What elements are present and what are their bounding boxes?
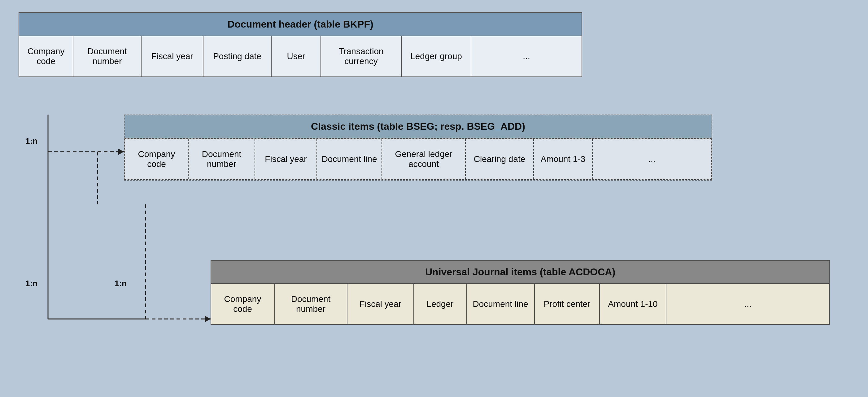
bkpf-ledger-group: Ledger group	[402, 36, 471, 77]
bseg-clearing-date: Clearing date	[466, 139, 534, 179]
bseg-amount: Amount 1-3	[534, 139, 593, 179]
bkpf-transaction-currency: Transaction currency	[321, 36, 402, 77]
acdoca-table: Universal Journal items (table ACDOCA) C…	[211, 260, 830, 325]
acdoca-ellipsis: ...	[666, 284, 829, 324]
acdoca-profit-center: Profit center	[535, 284, 600, 324]
diagram-container: Document header (table BKPF) Company cod…	[0, 0, 868, 397]
bseg-company-code: Company code	[125, 139, 189, 179]
bkpf-user: User	[272, 36, 321, 77]
bkpf-table: Document header (table BKPF) Company cod…	[19, 12, 582, 77]
relation-bkpf-bseg-label: 1:n	[25, 136, 37, 146]
relation-bkpf-acdoca-label: 1:n	[25, 279, 37, 288]
bkpf-posting-date: Posting date	[204, 36, 272, 77]
bkpf-ellipsis: ...	[471, 36, 582, 77]
bseg-outer: Classic items (table BSEG; resp. BSEG_AD…	[124, 115, 712, 181]
acdoca-title: Universal Journal items (table ACDOCA)	[211, 261, 829, 284]
bseg-fiscal-year: Fiscal year	[255, 139, 317, 179]
svg-marker-2	[118, 149, 124, 155]
acdoca-amount: Amount 1-10	[600, 284, 666, 324]
bkpf-fiscal-year: Fiscal year	[142, 36, 204, 77]
bseg-document-line: Document line	[317, 139, 382, 179]
bkpf-document-number: Document number	[73, 36, 142, 77]
bseg-ellipsis: ...	[593, 139, 711, 179]
bkpf-title: Document header (table BKPF)	[19, 13, 582, 36]
bseg-table: Classic items (table BSEG; resp. BSEG_AD…	[124, 115, 712, 181]
bseg-document-number: Document number	[189, 139, 255, 179]
acdoca-row: Company code Document number Fiscal year…	[211, 284, 829, 324]
acdoca-ledger: Ledger	[414, 284, 467, 324]
bkpf-company-code: Company code	[19, 36, 73, 77]
bseg-inner: Company code Document number Fiscal year…	[124, 139, 712, 180]
acdoca-document-line: Document line	[467, 284, 535, 324]
acdoca-fiscal-year: Fiscal year	[347, 284, 414, 324]
acdoca-document-number: Document number	[275, 284, 347, 324]
bkpf-row: Company code Document number Fiscal year…	[19, 36, 582, 77]
bseg-row: Company code Document number Fiscal year…	[125, 139, 711, 179]
bseg-title: Classic items (table BSEG; resp. BSEG_AD…	[124, 115, 712, 139]
bseg-gl-account: General ledger account	[382, 139, 466, 179]
acdoca-company-code: Company code	[211, 284, 275, 324]
svg-marker-5	[205, 316, 211, 322]
relation-bseg-acdoca-label: 1:n	[115, 279, 127, 288]
